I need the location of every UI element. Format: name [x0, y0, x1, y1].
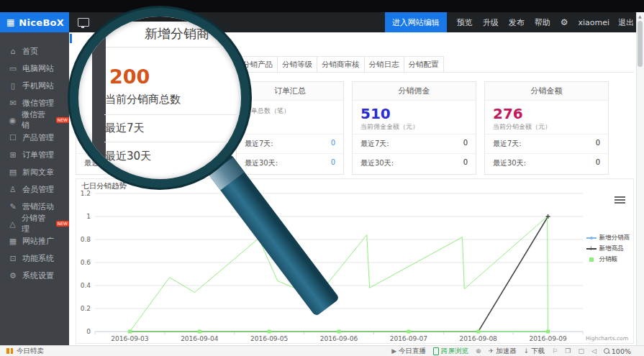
sidebar-item-label: 营销活动	[22, 201, 54, 212]
legend-distribution-amount[interactable]: 分销额	[586, 255, 630, 264]
svg-text:2016-09-08: 2016-09-08	[460, 335, 498, 342]
row-value[interactable]: 0	[331, 158, 335, 168]
app-window: ▦ NiceBoX 进入网站编辑 预览 升级 发布 帮助 ⚙ xiaomei 退…	[0, 0, 644, 356]
magnified-big-value: 200	[109, 65, 150, 88]
download-icon: ↓	[524, 347, 530, 355]
desktop-icon: ▭	[9, 64, 17, 73]
desktop-preview-icon[interactable]	[78, 18, 89, 27]
vertical-scrollbar[interactable]: ▲	[636, 12, 644, 345]
sidebar-item-label: 手机网站	[22, 81, 54, 91]
sidebar-item-2[interactable]: ▯手机网站	[0, 77, 69, 94]
tab-distribution-levels[interactable]: 分销等级	[277, 56, 317, 72]
accelerator-item[interactable]: ✈ 加速器	[489, 347, 517, 356]
username[interactable]: xiaomei	[578, 18, 609, 27]
divider	[104, 142, 241, 142]
sidebar-item-1[interactable]: ▭电脑网站	[0, 60, 69, 77]
new-badge: NEW	[56, 117, 69, 123]
magnified-row-30days: 最近30天	[105, 150, 151, 163]
sidebar-item-4[interactable]: ◉微信营销NEW	[0, 111, 69, 129]
sidebar-item-11[interactable]: ▦网站推广	[0, 232, 69, 250]
tab-distribution-log[interactable]: 分销日志	[364, 56, 404, 72]
scrollbar-thumb[interactable]	[638, 21, 643, 67]
svg-text:1.2: 1.2	[81, 191, 91, 197]
distribution-icon: △	[9, 219, 17, 229]
gift-icon	[6, 348, 13, 354]
todays-deal-link[interactable]: 今日特卖	[17, 347, 44, 356]
square-marker-icon	[586, 257, 597, 263]
speaker-item[interactable]: ◁	[591, 347, 597, 355]
card-header: 分销佣金	[353, 82, 476, 101]
sidebar-item-label: 新闻文章	[22, 167, 54, 178]
svg-text:2016-09-06: 2016-09-06	[320, 335, 358, 342]
sidebar-item-label: 首页	[22, 46, 38, 57]
download-item[interactable]: ↓ 下载	[524, 347, 545, 356]
sidebar-item-label: 产品管理	[22, 132, 54, 143]
sidebar-item-6[interactable]: ⊞订单管理	[0, 146, 69, 163]
logo-text: NiceBoX	[19, 17, 64, 28]
sidebar-item-label: 功能系统	[22, 253, 54, 264]
logout-link[interactable]: 退出	[618, 17, 634, 28]
gear-icon[interactable]: ⚙	[561, 17, 568, 27]
wechat-marketing-icon: ◉	[9, 116, 17, 125]
svg-text:0.8: 0.8	[81, 236, 91, 243]
chart-menu-icon[interactable]	[614, 196, 625, 205]
svg-text:2016-09-09: 2016-09-09	[529, 335, 567, 342]
help-link[interactable]: 帮助	[535, 17, 550, 28]
sidebar-item-label: 分销管理	[22, 213, 51, 234]
scroll-up-icon[interactable]: ▲	[638, 14, 642, 19]
sidebar-item-label: 微信管理	[22, 98, 54, 109]
folder-item[interactable]: ❐	[565, 347, 571, 355]
row-value: 0	[596, 139, 600, 149]
live-today-item[interactable]: ▶ 今日直播	[391, 347, 426, 356]
window-item[interactable]: ▢	[578, 347, 584, 355]
svg-text:2016-09-07: 2016-09-07	[390, 335, 427, 342]
svg-text:0: 0	[86, 328, 91, 335]
sidebar-item-8[interactable]: ♙会员管理	[0, 181, 69, 198]
magnified-sidebar-edge	[92, 21, 106, 179]
topbar: ▦ NiceBoX 进入网站编辑 预览 升级 发布 帮助 ⚙ xiaomei 退…	[0, 12, 644, 32]
highcharts-credit[interactable]: Highcharts.com	[586, 335, 628, 342]
campaign-icon: ✎	[9, 202, 17, 211]
enter-site-edit-button[interactable]: 进入网站编辑	[385, 12, 447, 32]
svg-text:2016-09-05: 2016-09-05	[250, 335, 288, 342]
publish-link[interactable]: 发布	[509, 17, 525, 28]
svg-text:0.6: 0.6	[81, 259, 91, 266]
sidebar-item-7[interactable]: ▤新闻文章	[0, 163, 69, 181]
cross-screen-item[interactable]: 跨屏浏览	[433, 347, 468, 356]
logo[interactable]: ▦ NiceBoX	[0, 12, 69, 32]
sidebar-item-12[interactable]: ⊡功能系统	[0, 250, 69, 267]
flag-icon: ⚐	[552, 347, 558, 355]
legend-label: 新增商品	[599, 245, 624, 253]
row-label: 最近7天:	[493, 139, 522, 149]
svg-text:2016-09-04: 2016-09-04	[181, 335, 219, 342]
divider	[104, 114, 241, 115]
legend-new-distributors[interactable]: 新增分销商	[586, 234, 630, 242]
upgrade-link[interactable]: 升级	[483, 17, 499, 28]
chart-legend: 新增分销商 + 新增商品 分销额	[586, 234, 630, 266]
flag-item[interactable]: ⚐	[552, 347, 558, 355]
sidebar-item-0[interactable]: ⌂首页	[0, 42, 69, 60]
sidebar: ⌂首页▭电脑网站▯手机网站✉微信管理◉微信营销NEW☐产品管理⊞订单管理▤新闻文…	[0, 32, 69, 355]
row-label: 最近30天:	[360, 158, 394, 168]
tab-distributor-review[interactable]: 分销商审核	[317, 56, 365, 72]
circle-tool-item[interactable]: ⊛	[476, 347, 481, 355]
legend-label: 分销额	[599, 255, 618, 264]
tab-distribution-config[interactable]: 分销配置	[404, 56, 444, 72]
sidebar-item-13[interactable]: ⚙系统设置	[0, 267, 69, 284]
svg-text:0.2: 0.2	[81, 305, 91, 312]
row-value: 0	[463, 158, 468, 168]
grid-icon: ▦	[6, 18, 14, 27]
legend-new-products[interactable]: + 新增商品	[586, 245, 630, 253]
product-icon: ☐	[9, 133, 17, 142]
play-icon: ▶	[391, 347, 396, 355]
sidebar-item-5[interactable]: ☐产品管理	[0, 129, 69, 146]
sidebar-item-10[interactable]: △分销管理NEW	[0, 215, 69, 232]
preview-link[interactable]: 预览	[457, 17, 473, 28]
row-value[interactable]: 0	[331, 139, 335, 149]
zoom-icon	[604, 348, 609, 354]
order-icon: ⊞	[9, 150, 17, 160]
row-label: 最近30天:	[245, 158, 278, 168]
zoom-level-item[interactable]: 100%	[604, 347, 631, 355]
card-label: 订单总数（笔）	[245, 106, 335, 116]
card-label: 当前分销金额（元）	[493, 122, 600, 132]
